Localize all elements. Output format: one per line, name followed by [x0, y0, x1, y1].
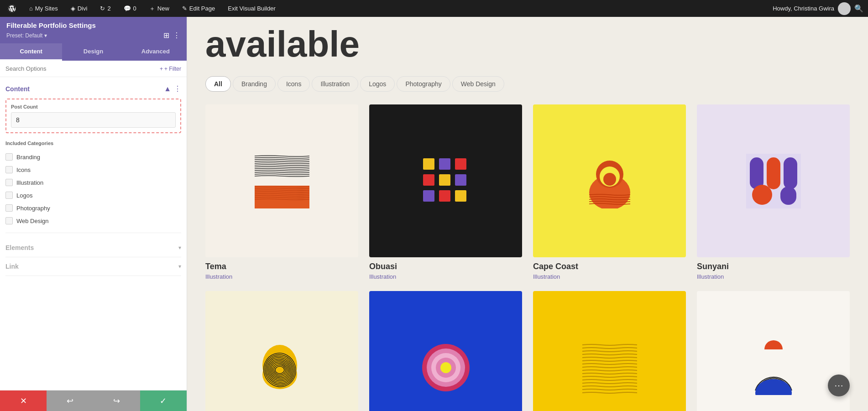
portfolio-item[interactable]: Cape Coast Illustration [533, 104, 686, 280]
refresh-icon: ↻ [100, 5, 105, 12]
portfolio-category[interactable]: Illustration [697, 273, 850, 280]
plus-icon: ＋ [149, 5, 155, 13]
filter-tab[interactable]: Illustration [312, 76, 358, 92]
portfolio-item[interactable]: Obuasi Illustration [369, 104, 522, 280]
messages-btn[interactable]: 💬 0 [121, 0, 139, 17]
link-section: Link ▾ [5, 257, 181, 276]
category-item[interactable]: Logos [5, 189, 181, 202]
main-content: available AllBrandingIconsIllustrationLo… [187, 17, 868, 411]
layout-icon[interactable]: ⊞ [163, 31, 169, 40]
svg-rect-5 [439, 158, 450, 170]
category-checkbox[interactable] [5, 217, 13, 224]
portfolio-item[interactable]: Sunyani Illustration [697, 104, 850, 280]
svg-rect-10 [423, 190, 434, 202]
filter-button[interactable]: + + Filter [160, 66, 181, 72]
floating-action-button[interactable]: ⋯ [828, 375, 850, 396]
portfolio-item[interactable]: Sekondi Illustration [533, 291, 686, 411]
new-post-btn[interactable]: ＋ New [146, 0, 172, 17]
category-label: Web Design [16, 218, 49, 224]
settings-sidebar: Filterable Portfolio Settings Preset: De… [0, 17, 187, 411]
sidebar-header: Filterable Portfolio Settings Preset: De… [0, 17, 187, 43]
category-item[interactable]: Branding [5, 151, 181, 163]
portfolio-item[interactable]: Takoradi Illustration [369, 291, 522, 411]
svg-rect-23 [780, 187, 796, 205]
category-item[interactable]: Web Design [5, 214, 181, 227]
page-heading: available [205, 26, 850, 62]
svg-rect-20 [767, 157, 780, 189]
divi-icon: ◈ [71, 5, 75, 12]
category-item[interactable]: Illustration [5, 176, 181, 189]
my-sites-btn[interactable]: ⌂ My Sites [26, 0, 61, 17]
portfolio-category[interactable]: Illustration [533, 273, 686, 280]
exit-builder-btn[interactable]: Exit Visual Builder [225, 0, 278, 17]
portfolio-thumbnail [205, 104, 358, 257]
filter-tab[interactable]: Photography [397, 76, 450, 92]
filter-tab[interactable]: Icons [277, 76, 310, 92]
post-count-label: Post Count [11, 104, 176, 109]
elements-title: Elements [5, 244, 34, 251]
post-count-input[interactable] [11, 112, 176, 128]
link-section-header[interactable]: Link ▾ [5, 263, 181, 270]
portfolio-category[interactable]: Illustration [205, 273, 358, 280]
filter-tab[interactable]: Web Design [452, 76, 504, 92]
svg-point-17 [603, 173, 616, 186]
portfolio-thumbnail [533, 104, 686, 257]
portfolio-grid: Tema Illustration Obuasi Illustration [205, 104, 850, 411]
svg-rect-4 [423, 158, 434, 170]
search-input[interactable] [5, 65, 156, 72]
category-item[interactable]: Photography [5, 202, 181, 214]
svg-point-42 [440, 362, 451, 373]
edit-page-btn[interactable]: ✎ Edit Page [179, 0, 218, 17]
filter-tab[interactable]: Logos [360, 76, 395, 92]
collapse-button[interactable]: ▲ [164, 85, 171, 93]
redo-button[interactable]: ↪ [94, 390, 140, 411]
included-categories-label: Included Categories [5, 140, 181, 146]
tab-advanced[interactable]: Advanced [125, 43, 187, 61]
sidebar-toolbar: ✕ ↩ ↪ ✓ [0, 390, 187, 411]
tab-design[interactable]: Design [62, 43, 124, 61]
category-label: Logos [16, 192, 32, 199]
search-icon[interactable]: 🔍 [854, 4, 863, 13]
filter-tab[interactable]: Branding [233, 76, 276, 92]
svg-rect-21 [784, 157, 797, 189]
sidebar-content: Content ▲ ⋮ Post Count Included Categori… [0, 77, 187, 390]
filter-tabs: AllBrandingIconsIllustrationLogosPhotogr… [205, 76, 850, 92]
wp-logo-btn[interactable] [5, 0, 19, 17]
undo-button[interactable]: ↩ [47, 390, 93, 411]
elements-section: Elements ▾ [5, 239, 181, 257]
link-chevron-icon: ▾ [178, 263, 181, 270]
categories-list: BrandingIconsIllustrationLogosPhotograph… [5, 151, 181, 227]
preset-selector[interactable]: Preset: Default [6, 32, 47, 39]
category-label: Branding [16, 154, 40, 161]
search-row: + + Filter [0, 61, 187, 77]
filter-tab[interactable]: All [205, 76, 231, 92]
category-label: Photography [16, 205, 50, 212]
more-options-icon[interactable]: ⋮ [173, 31, 180, 40]
section-options-button[interactable]: ⋮ [174, 84, 181, 93]
comments-count-btn[interactable]: ↻ 2 [97, 0, 113, 17]
cancel-button[interactable]: ✕ [0, 390, 47, 411]
category-checkbox[interactable] [5, 204, 13, 212]
category-checkbox[interactable] [5, 166, 13, 173]
portfolio-item[interactable]: Ashaiman Illustration [205, 291, 358, 411]
portfolio-item[interactable]: Tamale Illustration [697, 291, 850, 411]
category-checkbox[interactable] [5, 153, 13, 161]
portfolio-item[interactable]: Tema Illustration [205, 104, 358, 280]
category-checkbox[interactable] [5, 179, 13, 186]
tab-content[interactable]: Content [0, 43, 62, 61]
category-checkbox[interactable] [5, 192, 13, 199]
filter-icon: + [160, 66, 163, 72]
save-button[interactable]: ✓ [140, 390, 187, 411]
sidebar-tabs: Content Design Advanced [0, 43, 187, 61]
portfolio-category[interactable]: Illustration [369, 273, 522, 280]
portfolio-thumbnail [533, 291, 686, 411]
divi-btn[interactable]: ◈ Divi [68, 0, 90, 17]
svg-rect-6 [455, 158, 466, 170]
portfolio-thumbnail [697, 291, 850, 411]
category-item[interactable]: Icons [5, 163, 181, 176]
user-greeting: Howdy, Christina Gwira 🔍 [773, 2, 863, 15]
sites-icon: ⌂ [29, 5, 33, 12]
portfolio-name: Obuasi [369, 262, 522, 271]
admin-bar: ⌂ My Sites ◈ Divi ↻ 2 💬 0 ＋ New ✎ Edit P… [0, 0, 868, 17]
elements-section-header[interactable]: Elements ▾ [5, 244, 181, 251]
